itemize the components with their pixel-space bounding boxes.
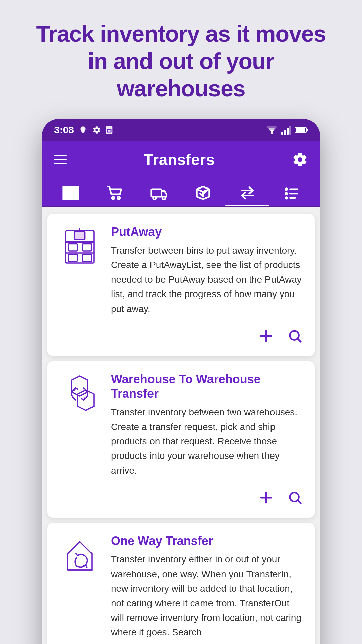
w2w-description: Transfer inventory between two warehouse…: [111, 405, 304, 478]
status-bar-left: 3:08: [54, 124, 113, 136]
page-header: Track inventory as it moves in and out o…: [0, 0, 362, 119]
svg-rect-7: [281, 132, 283, 135]
svg-rect-2: [107, 129, 112, 132]
tab-transfer[interactable]: [225, 178, 269, 206]
svg-point-27: [285, 196, 288, 199]
one-way-icon-area: [58, 534, 102, 640]
svg-point-25: [285, 187, 288, 191]
app-bar: Transfers: [42, 141, 320, 178]
putaway-search-button[interactable]: [286, 327, 304, 345]
svg-line-42: [298, 339, 301, 342]
svg-rect-37: [82, 254, 91, 261]
svg-rect-14: [63, 186, 65, 199]
putaway-icon: [60, 227, 100, 267]
tab-bar: [42, 178, 320, 207]
svg-rect-10: [289, 126, 291, 135]
one-way-description: Transfer inventory either in or out of y…: [111, 552, 304, 639]
putaway-actions: [58, 324, 304, 345]
status-bar-right: [266, 126, 308, 135]
svg-point-23: [153, 196, 156, 199]
svg-rect-35: [82, 244, 91, 251]
w2w-title: Warehouse To Warehouse Transfer: [111, 372, 304, 401]
putaway-card: PutAway Transfer between bins to put awa…: [47, 214, 315, 356]
svg-rect-13: [296, 128, 305, 132]
svg-point-26: [285, 192, 288, 195]
svg-rect-12: [306, 129, 308, 131]
one-way-title: One Way Transfer: [111, 534, 304, 548]
settings-status-icon: [92, 126, 101, 135]
svg-rect-9: [287, 128, 289, 135]
wifi-icon: [266, 126, 278, 135]
tab-barcode[interactable]: [49, 178, 93, 206]
w2w-search-button[interactable]: [286, 489, 304, 507]
svg-rect-5: [108, 131, 110, 132]
svg-point-24: [162, 196, 165, 199]
gear-icon[interactable]: [292, 152, 308, 168]
page-title: Track inventory as it moves in and out o…: [27, 20, 335, 102]
sim-icon: [106, 126, 113, 135]
svg-rect-3: [108, 130, 109, 131]
warehouse-transfer-icon: [60, 374, 100, 414]
putaway-description: Transfer between bins to put away invent…: [111, 243, 304, 316]
status-time: 3:08: [54, 124, 74, 136]
svg-point-6: [271, 132, 273, 134]
svg-point-20: [112, 197, 114, 199]
tab-tasks[interactable]: [269, 178, 313, 206]
location-icon: [79, 126, 87, 135]
svg-rect-8: [284, 130, 286, 135]
hamburger-menu-icon[interactable]: [54, 155, 67, 164]
svg-rect-18: [73, 186, 75, 199]
status-bar: 3:08: [42, 119, 320, 141]
svg-line-48: [298, 501, 301, 504]
app-bar-title: Transfers: [144, 151, 215, 169]
one-way-transfer-card: One Way Transfer Transfer inventory eith…: [47, 523, 315, 644]
svg-rect-15: [66, 186, 67, 199]
svg-point-21: [117, 197, 120, 199]
battery-icon: [295, 126, 308, 134]
putaway-icon-area: [58, 225, 102, 316]
one-way-transfer-icon: [60, 536, 100, 576]
svg-rect-38: [74, 231, 85, 239]
content-area: PutAway Transfer between bins to put awa…: [42, 207, 320, 644]
warehouse-to-warehouse-card: Warehouse To Warehouse Transfer Transfer…: [47, 361, 315, 518]
svg-rect-36: [68, 254, 77, 261]
tab-box[interactable]: [181, 178, 225, 206]
warehouse-icon-area: [58, 372, 102, 478]
phone-frame: 3:08: [42, 119, 320, 644]
w2w-add-button[interactable]: [257, 489, 275, 507]
w2w-actions: [58, 486, 304, 507]
signal-icon: [281, 126, 291, 135]
svg-rect-16: [68, 186, 70, 199]
putaway-title: PutAway: [111, 225, 304, 239]
svg-rect-19: [76, 186, 78, 199]
putaway-add-button[interactable]: [257, 327, 275, 345]
svg-rect-22: [152, 189, 162, 197]
tab-cart[interactable]: [93, 178, 137, 206]
svg-rect-17: [71, 186, 72, 199]
svg-rect-4: [109, 130, 111, 131]
svg-rect-34: [68, 244, 77, 251]
tab-truck[interactable]: [137, 178, 181, 206]
